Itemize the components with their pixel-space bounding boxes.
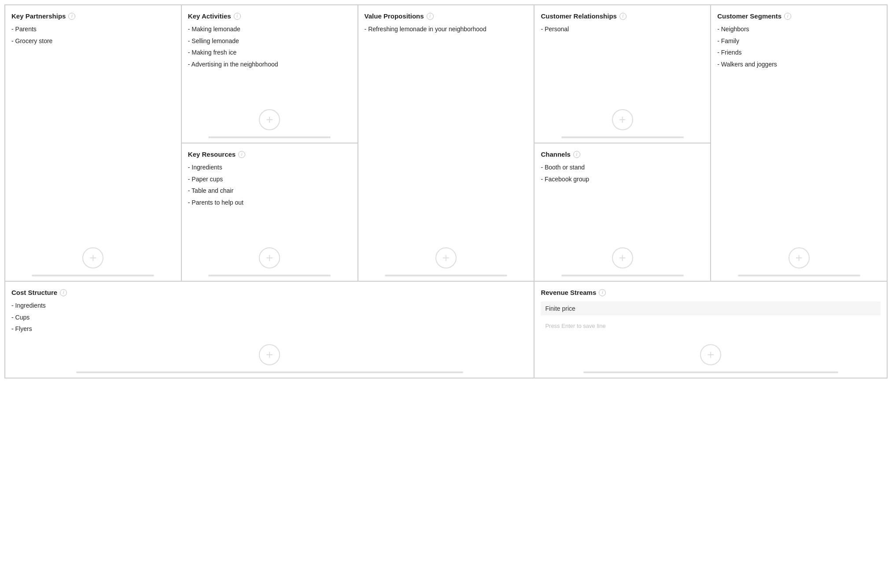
- channels-label: Channels: [541, 151, 571, 158]
- customer-relationships-title: Customer Relationships i: [541, 12, 704, 20]
- key-activities-bottom-bar: [208, 136, 331, 138]
- customer-segments-info-icon[interactable]: i: [784, 13, 791, 20]
- list-item: Personal: [541, 25, 704, 34]
- value-propositions-title: Value Propositions i: [365, 12, 528, 20]
- key-resources-bottom-bar: [208, 275, 331, 276]
- customer-segments-bottom-bar: [738, 275, 860, 276]
- key-partnerships-list: Parents Grocery store: [11, 25, 175, 247]
- key-activities-info-icon[interactable]: i: [234, 13, 241, 20]
- cost-structure-list: Ingredients Cups Flyers: [11, 301, 527, 344]
- value-propositions-list: Refreshing lemonade in your neighborhood: [365, 25, 528, 247]
- key-partnerships-add-button[interactable]: +: [82, 247, 103, 268]
- list-item: Parents to help out: [188, 198, 351, 207]
- key-partnerships-cell: Key Partnerships i Parents Grocery store…: [5, 5, 181, 281]
- customer-relationships-cell: Customer Relationships i Personal +: [534, 5, 711, 143]
- value-propositions-label: Value Propositions: [365, 12, 424, 20]
- revenue-streams-add-button[interactable]: +: [700, 344, 721, 365]
- customer-segments-cell: Customer Segments i Neighbors Family Fri…: [711, 5, 887, 281]
- business-model-canvas: Key Partnerships i Parents Grocery store…: [4, 4, 888, 379]
- list-item: Refreshing lemonade in your neighborhood: [365, 25, 528, 34]
- customer-segments-add-button[interactable]: +: [789, 247, 810, 268]
- key-resources-label: Key Resources: [188, 151, 236, 158]
- key-partnerships-bottom-bar: [32, 275, 154, 276]
- revenue-streams-cell: Revenue Streams i Finite price Press Ent…: [534, 281, 887, 378]
- key-partnerships-info-icon[interactable]: i: [68, 13, 75, 20]
- revenue-streams-label: Revenue Streams: [541, 289, 596, 296]
- list-item: Selling lemonade: [188, 37, 351, 46]
- customer-relationships-info-icon[interactable]: i: [619, 13, 627, 20]
- list-item: Flyers: [11, 325, 527, 334]
- key-resources-cell: Key Resources i Ingredients Paper cups T…: [181, 143, 358, 281]
- revenue-input-placeholder[interactable]: Press Enter to save line: [541, 321, 881, 331]
- revenue-current-input[interactable]: Finite price: [541, 301, 881, 316]
- key-activities-label: Key Activities: [188, 12, 231, 20]
- cost-structure-bottom-bar: [76, 371, 463, 373]
- channels-title: Channels i: [541, 151, 704, 158]
- list-item: Facebook group: [541, 175, 704, 184]
- revenue-streams-info-icon[interactable]: i: [599, 289, 606, 296]
- key-resources-add-button[interactable]: +: [259, 247, 280, 268]
- revenue-streams-title: Revenue Streams i: [541, 289, 881, 296]
- list-item: Ingredients: [11, 301, 527, 310]
- customer-relationships-label: Customer Relationships: [541, 12, 617, 20]
- key-activities-list: Making lemonade Selling lemonade Making …: [188, 25, 351, 109]
- list-item: Cups: [11, 313, 527, 322]
- customer-segments-list: Neighbors Family Friends Walkers and jog…: [717, 25, 881, 247]
- customer-relationships-add-button[interactable]: +: [612, 109, 633, 130]
- list-item: Making fresh ice: [188, 48, 351, 57]
- value-propositions-info-icon[interactable]: i: [427, 13, 434, 20]
- channels-cell: Channels i Booth or stand Facebook group…: [534, 143, 711, 281]
- list-item: Neighbors: [717, 25, 881, 34]
- customer-segments-title: Customer Segments i: [717, 12, 881, 20]
- key-activities-add-button[interactable]: +: [259, 109, 280, 130]
- cost-structure-add-button[interactable]: +: [259, 344, 280, 365]
- list-item: Paper cups: [188, 175, 351, 184]
- list-item: Walkers and joggers: [717, 60, 881, 69]
- key-partnerships-title: Key Partnerships i: [11, 12, 175, 20]
- list-item: Booth or stand: [541, 163, 704, 172]
- cost-structure-info-icon[interactable]: i: [60, 289, 67, 296]
- key-activities-cell: Key Activities i Making lemonade Selling…: [181, 5, 358, 143]
- key-partnerships-label: Key Partnerships: [11, 12, 66, 20]
- list-item: Parents: [11, 25, 175, 34]
- customer-segments-label: Customer Segments: [717, 12, 781, 20]
- list-item: Ingredients: [188, 163, 351, 172]
- list-item: Advertising in the neighborhood: [188, 60, 351, 69]
- list-item: Making lemonade: [188, 25, 351, 34]
- list-item: Friends: [717, 48, 881, 57]
- value-propositions-cell: Value Propositions i Refreshing lemonade…: [358, 5, 534, 281]
- key-resources-list: Ingredients Paper cups Table and chair P…: [188, 163, 351, 247]
- list-item: Family: [717, 37, 881, 46]
- list-item: Table and chair: [188, 187, 351, 195]
- cost-structure-title: Cost Structure i: [11, 289, 527, 296]
- key-resources-info-icon[interactable]: i: [238, 151, 245, 158]
- value-propositions-bottom-bar: [385, 275, 507, 276]
- channels-list: Booth or stand Facebook group: [541, 163, 704, 247]
- value-propositions-add-button[interactable]: +: [435, 247, 457, 268]
- customer-relationships-list: Personal: [541, 25, 704, 109]
- list-item: Grocery store: [11, 37, 175, 46]
- key-activities-title: Key Activities i: [188, 12, 351, 20]
- channels-bottom-bar: [561, 275, 684, 276]
- cost-structure-cell: Cost Structure i Ingredients Cups Flyers…: [5, 281, 534, 378]
- customer-relationships-bottom-bar: [561, 136, 684, 138]
- revenue-streams-bottom-bar: [583, 371, 838, 373]
- channels-info-icon[interactable]: i: [573, 151, 580, 158]
- channels-add-button[interactable]: +: [612, 247, 633, 268]
- cost-structure-label: Cost Structure: [11, 289, 57, 296]
- key-resources-title: Key Resources i: [188, 151, 351, 158]
